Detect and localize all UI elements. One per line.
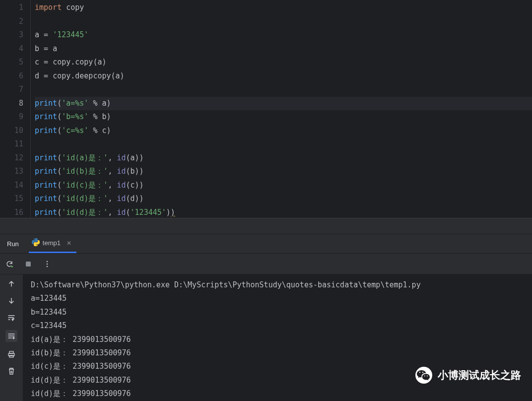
run-panel-header: Run temp1 ✕: [0, 234, 532, 254]
code-line[interactable]: [35, 137, 532, 151]
line-number: 9: [0, 110, 23, 124]
svg-point-2: [47, 263, 48, 264]
console-line: a=123445: [31, 292, 532, 305]
console-line: D:\Software\Python37\python.exe D:\MyScr…: [31, 278, 532, 292]
run-side-toolbar: [0, 274, 23, 401]
line-number-gutter: 12345678910111213141516: [0, 0, 31, 218]
code-line[interactable]: [35, 15, 532, 29]
line-number: 10: [0, 124, 23, 138]
code-line[interactable]: a = '123445': [35, 28, 532, 42]
run-tab-label: temp1: [43, 239, 61, 247]
line-number: 15: [0, 192, 23, 206]
up-arrow-icon[interactable]: [7, 279, 16, 288]
more-actions-button[interactable]: [43, 260, 52, 268]
line-number: 13: [0, 165, 23, 179]
code-area[interactable]: import copy a = '123445'b = ac = copy.co…: [31, 0, 532, 218]
line-number: 6: [0, 69, 23, 83]
python-file-icon: [32, 238, 40, 248]
code-line[interactable]: import copy: [35, 1, 532, 15]
svg-point-3: [47, 266, 48, 267]
svg-rect-6: [9, 355, 13, 357]
line-number: 3: [0, 28, 23, 42]
code-line[interactable]: c = copy.copy(a): [35, 56, 532, 69]
console-line: id(d)是： 2399013500976: [31, 387, 532, 401]
watermark-text: 小博测试成长之路: [438, 368, 521, 382]
trash-icon[interactable]: [7, 367, 16, 376]
scroll-to-end-icon[interactable]: [5, 330, 17, 342]
code-line[interactable]: b = a: [35, 42, 532, 56]
wechat-icon: [415, 366, 433, 384]
line-number: 14: [0, 179, 23, 193]
line-number: 11: [0, 137, 23, 151]
rerun-button[interactable]: [5, 260, 14, 268]
code-line[interactable]: print('id(a)是：', id(a)): [35, 151, 532, 165]
line-number: 16: [0, 206, 23, 220]
close-icon[interactable]: ✕: [66, 240, 71, 247]
watermark: 小博测试成长之路: [415, 366, 521, 384]
code-editor[interactable]: 12345678910111213141516 import copy a = …: [0, 0, 532, 218]
line-number: 7: [0, 83, 23, 97]
code-line[interactable]: print('a=%s' % a): [35, 97, 532, 111]
run-toolbar: [0, 254, 532, 274]
console-line: id(b)是： 2399013500976: [31, 346, 532, 360]
stop-button[interactable]: [24, 260, 33, 268]
line-number: 5: [0, 56, 23, 69]
soft-wrap-icon[interactable]: [7, 313, 16, 322]
line-number: 2: [0, 15, 23, 29]
console-line: id(a)是： 2399013500976: [31, 333, 532, 346]
code-line[interactable]: print('id(d)是：', id(d)): [35, 192, 532, 206]
code-line[interactable]: [35, 83, 532, 97]
print-icon[interactable]: [7, 350, 16, 359]
code-line[interactable]: print('id(d)是：', id('123445')): [35, 206, 532, 220]
code-line[interactable]: print('b=%s' % b): [35, 110, 532, 124]
code-line[interactable]: print('id(c)是：', id(c)): [35, 179, 532, 193]
code-line[interactable]: print('id(b)是：', id(b)): [35, 165, 532, 179]
run-panel-label: Run: [0, 234, 26, 253]
separator-bar: [0, 218, 532, 234]
console-line: b=123445: [31, 306, 532, 319]
svg-rect-0: [26, 262, 31, 267]
console-line: c=123445: [31, 319, 532, 333]
line-number: 12: [0, 151, 23, 165]
code-line[interactable]: d = copy.deepcopy(a): [35, 69, 532, 83]
line-number: 1: [0, 1, 23, 15]
line-number: 8: [0, 97, 23, 111]
line-number: 4: [0, 42, 23, 56]
down-arrow-icon[interactable]: [7, 296, 16, 305]
code-line[interactable]: print('c=%s' % c): [35, 124, 532, 138]
run-tab-active[interactable]: temp1 ✕: [29, 234, 76, 253]
svg-point-1: [47, 261, 48, 262]
